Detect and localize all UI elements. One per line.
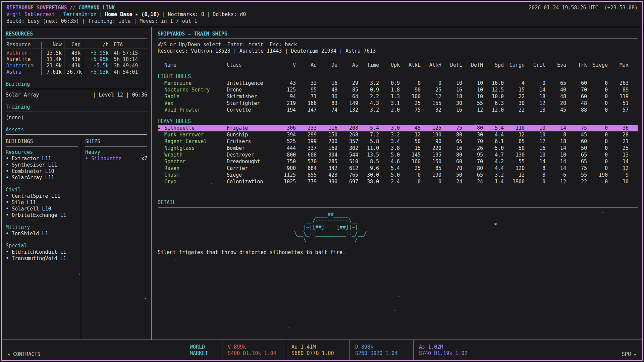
ship-row[interactable]: ChasmSiege112585542876530.05.0019050653.…: [158, 172, 638, 178]
ship-class: Drone: [227, 86, 277, 93]
ship-item-name: • Silhouette: [85, 156, 121, 162]
row-selector: [158, 138, 164, 145]
ship-stat: 74: [319, 107, 339, 113]
ship-stat: 3.4: [381, 138, 402, 145]
ship-stat: 160: [402, 158, 423, 165]
ship-stat: 4.4: [485, 131, 506, 138]
buildings-column-title: BUILDINGS: [6, 138, 78, 145]
separator: |: [162, 11, 165, 18]
resource-cap: 36.7k: [64, 69, 83, 75]
building-list-item: • IonShield L1: [6, 231, 78, 237]
ship-stat: 14: [547, 165, 568, 172]
market-detail: S680 D770 1.00: [291, 350, 350, 357]
contracts-nav[interactable]: ◂ CONTRACTS: [7, 351, 190, 360]
row-selector: [158, 131, 164, 138]
ship-stat: 60: [568, 138, 589, 145]
ship-stat: 544: [339, 152, 360, 158]
ship-stat: 50: [402, 138, 423, 145]
ship-stat: 50: [506, 145, 527, 152]
building-list-item: • Extractor L11: [6, 156, 78, 162]
ship-stat: 75: [568, 165, 589, 172]
separator: |: [99, 11, 102, 18]
resource-name: Vulkron: [6, 50, 41, 56]
market-detail: S260 D920 1.04: [355, 350, 413, 357]
ship-stat: 0: [589, 145, 610, 152]
ship-stat: 8: [527, 165, 547, 172]
ship-stat: 5.0: [485, 145, 506, 152]
ship-stat: 1025: [277, 178, 298, 185]
ship-stat: 12: [506, 131, 527, 138]
ship-stat: 15: [506, 86, 527, 93]
ship-stat: 16: [319, 80, 339, 86]
ship-class: Cruisers: [227, 138, 277, 145]
ship-stat: 16: [443, 145, 464, 152]
building-list-item: • OrbitalExchange L1: [6, 212, 78, 219]
ship-stat: 208: [339, 125, 360, 131]
building-group: Resources• Extractor L11• Synthesiser L1…: [6, 149, 78, 181]
ship-stat: 3.2: [360, 107, 381, 113]
ship-row[interactable]: MembraineIntelligence433216293.20.900101…: [158, 80, 638, 86]
ship-col-header: Class: [227, 62, 277, 68]
ship-stat: 50: [568, 145, 589, 152]
ship-stat: 75: [443, 125, 464, 131]
ship-row[interactable]: CryoColonization102577939069738.02.40024…: [158, 178, 638, 185]
ship-stat: 80: [464, 125, 485, 131]
ship-stat: 30.0: [360, 172, 381, 178]
ship-stat: 60: [443, 158, 464, 165]
resource-rate: ↑5.93k: [83, 69, 111, 75]
ship-stat: 48: [319, 86, 339, 93]
ship-stat: 0: [402, 178, 423, 185]
ship-row[interactable]: Void ProwlerCorvette194147741323.22.0753…: [158, 107, 638, 113]
resources-col-header: Resource: [6, 42, 41, 49]
ship-row[interactable]: Nocturne SentryDrone1259548850.91.890251…: [158, 86, 638, 93]
ship-stat: 70: [464, 158, 485, 165]
ship-row[interactable]: ▸SilhouetteFrigate3062331162085.43.04512…: [158, 125, 638, 131]
ship-row[interactable]: SpecterDreadnought7505702855108.54.61601…: [158, 158, 638, 165]
ship-stat: 268: [339, 131, 360, 138]
ship-stat: 14: [610, 158, 631, 165]
ship-row[interactable]: NightglassBomber44433716930211.03.815220…: [158, 145, 638, 152]
resources-col-header: ETA: [111, 42, 147, 49]
ship-row[interactable]: VexStarfighter219166831494.33.1251553055…: [158, 100, 638, 107]
building-list-item: • TransmutingVoid L1: [6, 255, 78, 262]
ship-class: Intelligence: [227, 80, 277, 86]
building-group: Special• EldritchConduit L1• Transmuting…: [6, 243, 78, 262]
ship-stat: 12: [506, 172, 527, 178]
separator: |: [207, 11, 210, 18]
ship-row[interactable]: RavenCarrier9006843426129.65.4258570804.…: [158, 165, 638, 172]
ship-row[interactable]: SableSkirmisher947136642.21.310012181010…: [158, 93, 638, 100]
ship-stat: 75: [402, 107, 423, 113]
ship-stat: 45: [402, 125, 423, 131]
ship-stat: 10: [527, 152, 547, 158]
ship-stat: 697: [339, 178, 360, 185]
ship-stat: 0: [589, 158, 610, 165]
ship-stat: 14: [527, 158, 547, 165]
ship-train-table: NameClassVAuDeAsTimeUpkAtkLAtkHDefLDefHS…: [158, 62, 638, 185]
ship-stat: 299: [298, 131, 319, 138]
row-selector: [158, 165, 164, 172]
ship-stat: 1900: [506, 178, 527, 185]
ship-row[interactable]: Regent CaravelCruisers5253992003575.83.4…: [158, 138, 638, 145]
ship-row[interactable]: WraithDestroyer80060830454413.55.0145135…: [158, 152, 638, 158]
ship-stat: 608: [298, 152, 319, 158]
spu-nav[interactable]: SPU ▸: [622, 351, 637, 360]
ship-row[interactable]: Murk HarrowerGunship3942991502687.23.212…: [158, 131, 638, 138]
ship-stat: 1125: [277, 172, 298, 178]
ship-stat: 60: [568, 80, 589, 86]
ship-stat: 65: [568, 152, 589, 158]
ship-stat: 80: [464, 165, 485, 172]
main-panel: SHIPYARDS – TRAIN SHIPS W/S or Up/Down s…: [152, 27, 642, 340]
ship-stat: 18: [547, 138, 568, 145]
ship-stat: 5.4: [485, 125, 506, 131]
ship-stat: 55: [506, 158, 527, 165]
resources-table: ResourceNowCap/hETAVulkron13.5k43k↑5.95k…: [6, 42, 147, 75]
ship-stat: 94: [277, 93, 298, 100]
ship-stat: 12: [547, 178, 568, 185]
ship-stat: 306: [277, 125, 298, 131]
row-selector: ▸: [158, 125, 164, 131]
ship-col-header: Crit: [527, 62, 547, 68]
ship-stat: 684: [298, 165, 319, 172]
ship-stat: 16: [443, 86, 464, 93]
ship-stat: 120: [506, 165, 527, 172]
ship-class: Siege: [227, 172, 277, 178]
